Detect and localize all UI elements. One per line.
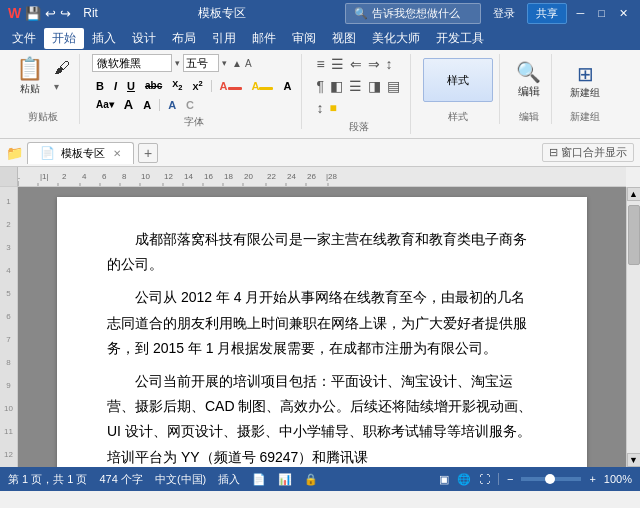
quick-access-save[interactable]: 💾 <box>25 6 41 21</box>
justify-button[interactable]: ▤ <box>385 76 402 96</box>
zoom-minus[interactable]: − <box>507 473 513 485</box>
ruler-corner <box>0 167 18 187</box>
share-button[interactable]: 共享 <box>527 3 567 24</box>
quick-access-undo[interactable]: ↩ <box>45 6 56 21</box>
window-minimize[interactable]: ─ <box>573 7 589 19</box>
title-bar-left: W 💾 ↩ ↪ Rit <box>8 5 98 21</box>
language: 中文(中国) <box>155 472 206 487</box>
increase-indent-button[interactable]: ⇒ <box>366 54 382 74</box>
edit-button[interactable]: 🔍 编辑 <box>512 58 545 101</box>
font-name-input[interactable] <box>92 54 172 72</box>
menu-file[interactable]: 文件 <box>4 28 44 49</box>
svg-text:12: 12 <box>164 172 173 181</box>
font-grow-button[interactable]: A <box>120 96 137 113</box>
scrollbar-up-button[interactable]: ▲ <box>627 187 641 201</box>
ruler-scrollbar-space <box>626 167 640 187</box>
style-selector[interactable]: 样式 <box>423 58 493 102</box>
font-size-up[interactable]: ▲ <box>232 58 242 69</box>
search-box[interactable]: 🔍 告诉我您想做什么 <box>345 3 480 24</box>
underline-button[interactable]: U <box>123 79 139 93</box>
strikethrough-button[interactable]: abc <box>141 79 166 92</box>
doc-title: 模板专区 <box>198 6 246 20</box>
new-tab-button[interactable]: + <box>138 143 158 163</box>
status-bar: 第 1 页，共 1 页 474 个字 中文(中国) 插入 📄 📊 🔒 ▣ 🌐 ⛶… <box>0 467 640 491</box>
ribbon-font-group: ▾ ▾ ▲ A B I U abc X2 X2 A A A Aa▾ <box>86 54 302 129</box>
clipboard-expand[interactable]: ▾ <box>51 80 73 93</box>
doc-scroll-area[interactable]: 成都部落窝科技有限公司是一家主营在线教育和教育类电子商务的公司。 公司从 201… <box>18 187 626 467</box>
svg-text:6: 6 <box>102 172 107 181</box>
folder-icon[interactable]: 📁 <box>6 145 23 161</box>
ribbon-clipboard-group: 📋 粘贴 🖌 ▾ 剪贴板 <box>6 54 80 124</box>
align-center-button[interactable]: ☰ <box>347 76 364 96</box>
menu-review[interactable]: 审阅 <box>284 28 324 49</box>
status-right: ▣ 🌐 ⛶ − + 100% <box>439 473 632 486</box>
edit-icon: 🔍 <box>516 60 541 84</box>
title-bar-right: 🔍 告诉我您想做什么 登录 共享 ─ □ ✕ <box>345 3 632 24</box>
font-size-down[interactable]: A <box>245 58 252 69</box>
insert-mode[interactable]: 插入 <box>218 472 240 487</box>
menu-references[interactable]: 引用 <box>204 28 244 49</box>
menu-home[interactable]: 开始 <box>44 28 84 49</box>
font-name-dropdown[interactable]: ▾ <box>175 58 180 68</box>
decrease-indent-button[interactable]: ⇐ <box>348 54 364 74</box>
clipboard-label: 剪贴板 <box>28 110 58 124</box>
window-combine-icon[interactable]: ⊟ 窗口合并显示 <box>542 143 634 162</box>
bullets-button[interactable]: ≡ <box>314 54 326 74</box>
window-maximize[interactable]: □ <box>594 7 609 19</box>
clear-all-button[interactable]: C <box>182 98 198 112</box>
zoom-plus[interactable]: + <box>589 473 595 485</box>
show-marks-button[interactable]: ¶ <box>314 76 326 96</box>
paste-icon: 📋 <box>16 56 43 82</box>
status-separator <box>498 473 499 485</box>
line-spacing-button[interactable]: ↕ <box>314 98 325 118</box>
text-effect-button[interactable]: A <box>164 98 180 112</box>
menu-design[interactable]: 设计 <box>124 28 164 49</box>
align-left-button[interactable]: ◧ <box>328 76 345 96</box>
paste-button[interactable]: 📋 粘贴 <box>12 54 47 98</box>
svg-text:20: 20 <box>244 172 253 181</box>
menu-devtools[interactable]: 开发工具 <box>428 28 492 49</box>
svg-text:14: 14 <box>184 172 193 181</box>
menu-layout[interactable]: 布局 <box>164 28 204 49</box>
view-normal[interactable]: ▣ <box>439 473 449 486</box>
window-close[interactable]: ✕ <box>615 7 632 20</box>
menu-bar: 文件 开始 插入 设计 布局 引用 邮件 审阅 视图 美化大师 开发工具 <box>0 26 640 50</box>
svg-text:26: 26 <box>307 172 316 181</box>
case-row: Aa▾ A A A C <box>92 96 295 113</box>
view-full[interactable]: ⛶ <box>479 473 490 485</box>
scrollbar-thumb[interactable] <box>628 205 640 265</box>
document-tab[interactable]: 📄 模板专区 ✕ <box>27 142 134 164</box>
edit-label: 编辑 <box>519 110 539 124</box>
sort-button[interactable]: ↕ <box>384 54 395 74</box>
numbering-button[interactable]: ☰ <box>329 54 346 74</box>
login-button[interactable]: 登录 <box>487 4 521 23</box>
italic-button[interactable]: I <box>110 79 121 93</box>
format-painter-button[interactable]: 🖌 <box>51 58 73 78</box>
quick-access-redo[interactable]: ↪ <box>60 6 71 21</box>
zoom-slider[interactable] <box>521 477 581 481</box>
superscript-button[interactable]: X2 <box>188 78 206 93</box>
highlight-button[interactable]: A <box>248 79 278 93</box>
view-web[interactable]: 🌐 <box>457 473 471 486</box>
tab-close-icon[interactable]: ✕ <box>113 148 121 159</box>
font-size-input[interactable] <box>183 54 219 72</box>
ribbon-paragraph-group: ≡ ☰ ⇐ ⇒ ↕ ¶ ◧ ☰ ◨ ▤ ↕ ■ 段落 <box>308 54 411 134</box>
change-case-button[interactable]: Aa▾ <box>92 98 118 111</box>
vertical-scrollbar: ▲ ▼ <box>626 187 640 467</box>
font-size-dropdown[interactable]: ▾ <box>222 58 227 68</box>
new-group-button[interactable]: ⊞ 新建组 <box>564 58 606 104</box>
bold-button[interactable]: B <box>92 79 108 93</box>
font-shrink-button[interactable]: A <box>139 98 155 112</box>
shading-button[interactable]: ■ <box>327 98 338 118</box>
menu-view[interactable]: 视图 <box>324 28 364 49</box>
subscript-button[interactable]: X2 <box>168 78 186 93</box>
menu-mailings[interactable]: 邮件 <box>244 28 284 49</box>
align-right-button[interactable]: ◨ <box>366 76 383 96</box>
menu-beautify[interactable]: 美化大师 <box>364 28 428 49</box>
menu-insert[interactable]: 插入 <box>84 28 124 49</box>
font-clear-button[interactable]: A <box>279 79 295 93</box>
font-selector-row: ▾ ▾ ▲ A <box>92 54 295 72</box>
svg-text:24: 24 <box>287 172 296 181</box>
font-color-button[interactable]: A <box>216 79 246 93</box>
scrollbar-down-button[interactable]: ▼ <box>627 453 641 467</box>
